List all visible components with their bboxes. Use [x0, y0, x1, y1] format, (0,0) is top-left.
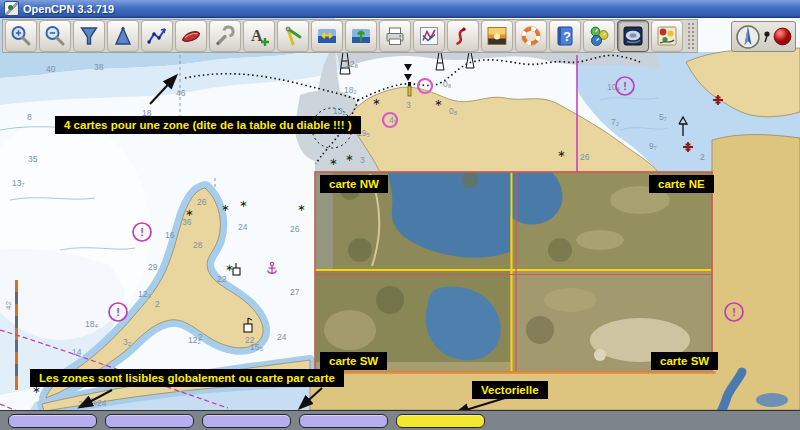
opencpn-window: 42 4038818463513₇12₈18₂13₂0₈0₈4₉319₅1633… [0, 0, 800, 430]
life-ring-icon [519, 24, 543, 48]
magnifier-minus-icon [43, 24, 67, 48]
route-line-icon [145, 24, 169, 48]
svg-text:3₂: 3₂ [123, 337, 131, 347]
svg-text:18₄: 18₄ [85, 319, 98, 329]
annotation-readability: Les zones sont lisibles globalement ou c… [30, 369, 344, 387]
svg-text:7₂: 7₂ [611, 117, 619, 127]
svg-text:12₃: 12₃ [138, 289, 151, 299]
auto-follow-button[interactable] [175, 20, 207, 52]
chart-key-4[interactable] [299, 414, 388, 428]
print-button[interactable] [379, 20, 411, 52]
svg-text:26: 26 [580, 152, 590, 162]
svg-text:12₈: 12₈ [345, 59, 358, 69]
svg-text:46: 46 [176, 88, 186, 98]
weather-map-icon [655, 24, 679, 48]
route-manager-icon [417, 24, 441, 48]
measure-button[interactable] [277, 20, 309, 52]
svg-text:∗: ∗ [329, 156, 337, 167]
chart-key-3[interactable] [202, 414, 291, 428]
svg-text:∗: ∗ [225, 262, 233, 273]
svg-text:2: 2 [700, 152, 705, 162]
enc-text-button[interactable]: A [243, 20, 275, 52]
magnifier-plus-icon [9, 24, 33, 48]
dividers-icon [281, 24, 305, 48]
chart-key-vector-active[interactable] [396, 414, 485, 428]
wrench-icon [213, 24, 237, 48]
svg-text:5₇: 5₇ [659, 112, 667, 122]
annotation-carte-nw: carte NW [320, 175, 388, 193]
svg-text:14: 14 [72, 347, 82, 357]
svg-text:26: 26 [290, 224, 300, 234]
svg-text:∗: ∗ [221, 202, 229, 213]
svg-text:40: 40 [46, 64, 56, 74]
help-book-icon: ? [553, 24, 577, 48]
svg-text:9₇: 9₇ [649, 141, 657, 151]
svg-text:0₈: 0₈ [443, 79, 452, 89]
chart-key-1[interactable] [8, 414, 97, 428]
weather-plugin-button[interactable] [617, 20, 649, 52]
annotation-carte-ne: carte NE [649, 175, 714, 193]
gauges-icon [587, 24, 611, 48]
create-route-button[interactable] [141, 20, 173, 52]
svg-text:38: 38 [94, 62, 104, 72]
disc-icon [621, 24, 645, 48]
main-toolbar: A? [2, 19, 698, 53]
compass-gps-widget[interactable] [731, 21, 796, 52]
route-manager-button[interactable] [413, 20, 445, 52]
scale-chart-down-button[interactable] [73, 20, 105, 52]
svg-text:36: 36 [182, 217, 192, 227]
water-horizontal-arrows-icon [315, 24, 339, 48]
annotation-carte-se: carte SW [651, 352, 718, 370]
svg-text:!: ! [732, 306, 736, 318]
toolbar-grabber[interactable] [687, 22, 695, 50]
chart-key-2[interactable] [105, 414, 194, 428]
svg-text:∗: ∗ [372, 96, 380, 107]
dashboard-button[interactable] [583, 20, 615, 52]
zoom-in-button[interactable] [5, 20, 37, 52]
options-button[interactable] [209, 20, 241, 52]
svg-text:22: 22 [245, 335, 255, 345]
mob-button[interactable] [515, 20, 547, 52]
gps-status-icon [773, 27, 792, 46]
help-button[interactable]: ? [549, 20, 581, 52]
cone-up-icon [111, 24, 135, 48]
compass-rose-icon [735, 24, 761, 50]
svg-text:10₄: 10₄ [607, 82, 620, 92]
svg-text:2: 2 [155, 299, 160, 309]
svg-text:8: 8 [27, 112, 32, 122]
svg-text:24: 24 [97, 398, 107, 408]
svg-text:29: 29 [148, 262, 158, 272]
svg-text:!: ! [116, 306, 120, 318]
water-vertical-arrow-icon [349, 24, 373, 48]
track-button[interactable] [447, 20, 479, 52]
boat-icon [179, 24, 203, 48]
zoom-out-button[interactable] [39, 20, 71, 52]
sunset-icon [485, 24, 509, 48]
svg-text:26: 26 [197, 197, 207, 207]
window-title: OpenCPN 3.3.719 [23, 3, 114, 15]
svg-text:28: 28 [193, 240, 203, 250]
satellite-photo-overlay [310, 172, 716, 373]
annotation-zone-note: 4 cartes pour une zone (dite de la table… [55, 116, 361, 134]
grib-plugin-button[interactable] [651, 20, 683, 52]
letter-a-plus-icon: A [247, 24, 271, 48]
title-bar[interactable]: OpenCPN 3.3.719 [0, 0, 800, 18]
scale-chart-up-button[interactable] [107, 20, 139, 52]
funnel-down-icon [77, 24, 101, 48]
svg-text:?: ? [563, 29, 571, 44]
color-scheme-button[interactable] [481, 20, 513, 52]
svg-text:22: 22 [217, 274, 227, 284]
svg-text:∗: ∗ [345, 152, 353, 163]
svg-text:13₇: 13₇ [12, 178, 24, 188]
svg-text:18₂: 18₂ [344, 85, 357, 95]
tides-button[interactable] [345, 20, 377, 52]
annotation-carte-sw: carte SW [320, 352, 387, 370]
svg-text:24: 24 [238, 222, 248, 232]
printer-icon [383, 24, 407, 48]
currents-button[interactable] [311, 20, 343, 52]
svg-text:0₈: 0₈ [449, 106, 458, 116]
svg-text:3: 3 [406, 100, 411, 110]
pin-icon [762, 31, 772, 43]
svg-text:2: 2 [198, 332, 203, 342]
svg-text:24: 24 [277, 332, 287, 342]
